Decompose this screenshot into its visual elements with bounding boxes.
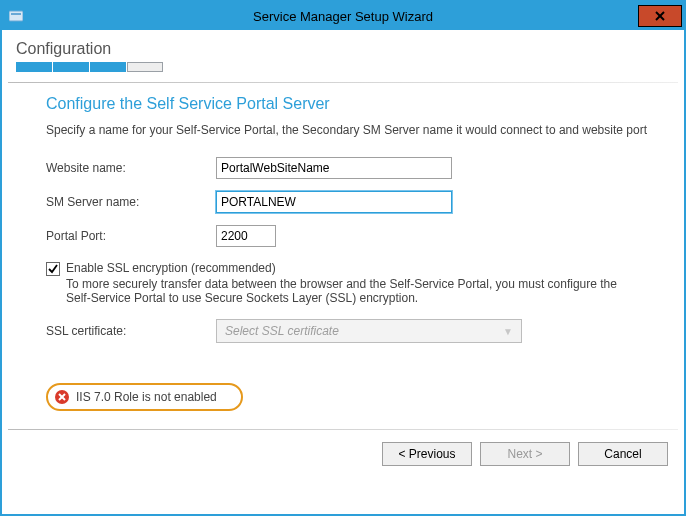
website-name-row: Website name: [46, 157, 648, 179]
titlebar: Service Manager Setup Wizard [2, 2, 684, 30]
cancel-button[interactable]: Cancel [578, 442, 668, 466]
sm-server-row: SM Server name: [46, 191, 648, 213]
previous-button[interactable]: < Previous [382, 442, 472, 466]
sm-server-input[interactable] [216, 191, 452, 213]
progress-segment [127, 62, 163, 72]
website-name-input[interactable] [216, 157, 452, 179]
wizard-footer: < Previous Next > Cancel [2, 430, 684, 480]
progress-segment [53, 62, 89, 72]
window-title: Service Manager Setup Wizard [2, 9, 684, 24]
error-message: IIS 7.0 Role is not enabled [76, 390, 217, 404]
next-button-label: Next > [507, 447, 542, 461]
enable-ssl-label: Enable SSL encryption (recommended) [66, 261, 626, 275]
svg-rect-0 [9, 11, 23, 21]
wizard-window: Service Manager Setup Wizard Configurati… [0, 0, 686, 516]
cancel-button-label: Cancel [604, 447, 641, 461]
client-area: Configuration Configure the Self Service… [2, 30, 684, 514]
stage-header: Configuration [2, 30, 684, 76]
ssl-section: Enable SSL encryption (recommended) To m… [46, 261, 648, 343]
enable-ssl-checkbox[interactable] [46, 262, 60, 276]
ssl-description: To more securely transfer data between t… [66, 277, 626, 305]
progress-segment [16, 62, 52, 72]
chevron-down-icon: ▼ [503, 326, 513, 337]
page-description: Specify a name for your Self-Service Por… [46, 123, 648, 137]
website-name-label: Website name: [46, 161, 216, 175]
check-icon [47, 263, 59, 275]
stage-title: Configuration [16, 40, 670, 58]
portal-port-input[interactable] [216, 225, 276, 247]
sm-server-label: SM Server name: [46, 195, 216, 209]
ssl-certificate-placeholder: Select SSL certificate [225, 324, 339, 338]
previous-button-label: < Previous [398, 447, 455, 461]
close-button[interactable] [638, 5, 682, 27]
next-button[interactable]: Next > [480, 442, 570, 466]
svg-rect-1 [11, 13, 21, 15]
progress-bar [16, 62, 670, 72]
close-icon [655, 11, 665, 21]
wizard-page: Configure the Self Service Portal Server… [2, 83, 684, 423]
error-callout: IIS 7.0 Role is not enabled [46, 383, 243, 411]
ssl-certificate-row: SSL certificate: Select SSL certificate … [46, 319, 648, 343]
portal-port-row: Portal Port: [46, 225, 648, 247]
progress-segment [90, 62, 126, 72]
page-title: Configure the Self Service Portal Server [46, 95, 648, 113]
app-icon [8, 8, 24, 24]
ssl-certificate-dropdown[interactable]: Select SSL certificate ▼ [216, 319, 522, 343]
portal-port-label: Portal Port: [46, 229, 216, 243]
ssl-certificate-label: SSL certificate: [46, 324, 216, 338]
error-icon [54, 389, 70, 405]
